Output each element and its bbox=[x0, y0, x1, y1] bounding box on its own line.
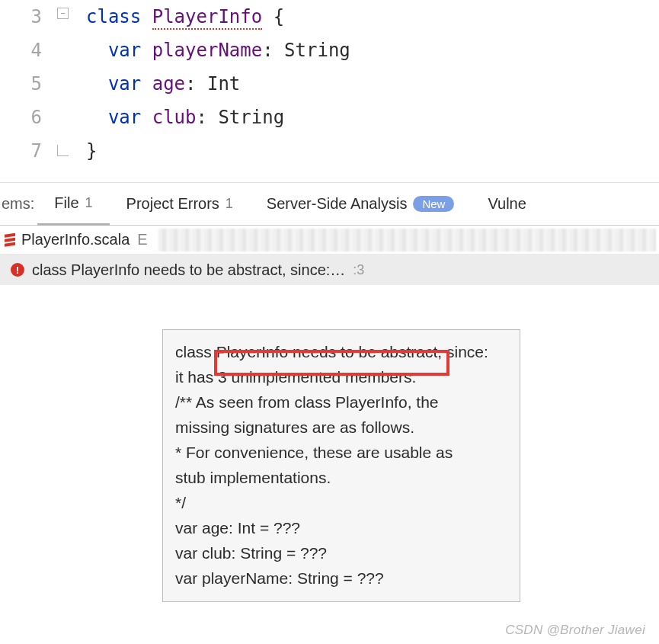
error-location: :3 bbox=[353, 262, 364, 278]
tooltip-line: class PlayerInfo needs to be abstract, s… bbox=[175, 339, 507, 364]
tooltip-line: it has 3 unimplemented members. bbox=[175, 364, 507, 389]
tooltip-line: /** As seen from class PlayerInfo, the bbox=[175, 389, 507, 415]
watermark: CSDN @Brother Jiawei bbox=[505, 623, 645, 638]
tab-server-label: Server-Side Analysis bbox=[267, 195, 408, 213]
tooltip-line: var club: String = ??? bbox=[175, 540, 507, 566]
error-icon: ! bbox=[11, 263, 24, 277]
svg-rect-1 bbox=[5, 237, 15, 242]
code-line[interactable]: } bbox=[86, 134, 659, 168]
tooltip-line: stub implementations. bbox=[175, 465, 507, 490]
tooltip-line: * For convenience, these are usable as bbox=[175, 440, 507, 465]
tab-project-label: Project Errors bbox=[126, 195, 219, 213]
code-editor[interactable]: 3−4567 class PlayerInfo { var playerName… bbox=[0, 0, 659, 171]
file-suffix: E bbox=[137, 231, 147, 248]
tab-file-label: File bbox=[54, 194, 78, 212]
file-header-row[interactable]: PlayerInfo.scala E bbox=[0, 226, 659, 255]
blurred-region bbox=[158, 229, 656, 252]
error-message: class PlayerInfo needs to be abstract, s… bbox=[32, 261, 345, 279]
fold-collapse-icon[interactable]: − bbox=[57, 8, 69, 19]
error-row[interactable]: ! class PlayerInfo needs to be abstract,… bbox=[0, 255, 659, 285]
problems-tabs: ems: File 1 Project Errors 1 Server-Side… bbox=[0, 183, 659, 226]
tab-project-errors[interactable]: Project Errors 1 bbox=[110, 183, 250, 225]
gutter-line: 5 bbox=[0, 67, 42, 101]
tooltip-line: var age: Int = ??? bbox=[175, 515, 507, 540]
gutter-line: 6 bbox=[0, 101, 42, 134]
code-line[interactable]: var playerName: String bbox=[86, 34, 659, 67]
tooltip-line: */ bbox=[175, 490, 507, 515]
gutter: 3−4567 bbox=[0, 0, 50, 171]
svg-rect-2 bbox=[5, 242, 15, 246]
tooltip-line: var playerName: String = ??? bbox=[175, 566, 507, 591]
tab-project-count: 1 bbox=[226, 196, 233, 212]
gutter-line: 7 bbox=[0, 134, 42, 168]
tab-vuln-label: Vulne bbox=[488, 195, 526, 213]
code-line[interactable]: var club: String bbox=[86, 101, 659, 134]
file-name: PlayerInfo.scala bbox=[21, 231, 130, 248]
badge-new: New bbox=[413, 196, 454, 212]
svg-rect-0 bbox=[5, 233, 15, 238]
problems-tabs-prefix: ems: bbox=[0, 195, 37, 213]
gutter-line: 4 bbox=[0, 34, 42, 67]
error-tooltip: class PlayerInfo needs to be abstract, s… bbox=[162, 329, 520, 602]
tab-vulnerabilities[interactable]: Vulne bbox=[471, 183, 526, 225]
fold-end-icon[interactable] bbox=[57, 145, 69, 156]
code-line[interactable]: var age: Int bbox=[86, 67, 659, 101]
code-area[interactable]: class PlayerInfo { var playerName: Strin… bbox=[50, 0, 659, 171]
code-line[interactable]: class PlayerInfo { bbox=[86, 0, 659, 34]
tab-server-side[interactable]: Server-Side Analysis New bbox=[250, 183, 472, 225]
gutter-line: 3− bbox=[0, 0, 42, 34]
tooltip-line: missing signatures are as follows. bbox=[175, 415, 507, 440]
tab-file[interactable]: File 1 bbox=[37, 184, 109, 226]
tab-file-count: 1 bbox=[85, 195, 93, 211]
scala-icon bbox=[3, 233, 17, 247]
